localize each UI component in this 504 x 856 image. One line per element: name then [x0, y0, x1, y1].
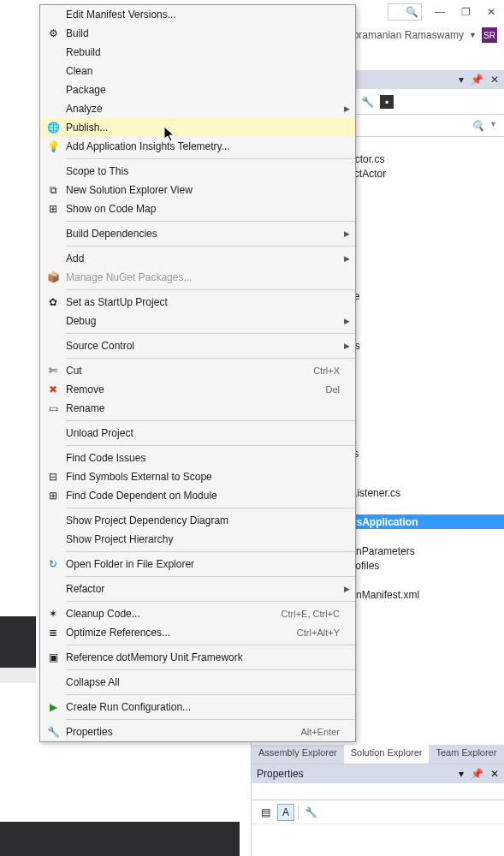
restore-button[interactable]: ❐	[458, 4, 473, 20]
menu-item-debug[interactable]: Debug▶	[40, 312, 355, 330]
menu-item-label: Find Code Dependent on Module	[66, 490, 355, 502]
menu-item-edit-manifest-versions[interactable]: Edit Manifest Versions...	[40, 5, 355, 24]
menu-separator	[66, 221, 355, 222]
menu-item-new-solution-explorer-view[interactable]: ⧉New Solution Explorer View	[40, 181, 355, 199]
preview-icon[interactable]: ▪	[380, 95, 394, 109]
menu-item-label: Rename	[66, 402, 355, 414]
menu-item-find-code-issues[interactable]: Find Code Issues	[40, 449, 355, 467]
menu-item-find-code-dependent-on-module[interactable]: ⊞Find Code Dependent on Module	[40, 486, 355, 505]
menu-item-reference-dotmemory-unit-framework[interactable]: ▣Reference dotMemory Unit Framework	[40, 648, 355, 667]
pin-icon[interactable]: 📌	[471, 74, 483, 86]
menu-item-collapse-all[interactable]: Collapse All	[40, 673, 355, 692]
menu-item-label: Rebuild	[66, 46, 355, 58]
menu-item-label: Clean	[66, 65, 355, 77]
explorer-tab-solution-explorer[interactable]: Solution Explorer	[344, 745, 430, 764]
window-position-icon[interactable]: ▾	[459, 768, 464, 780]
menu-item-add[interactable]: Add▶	[40, 249, 355, 268]
menu-item-label: Analyze	[66, 103, 355, 115]
submenu-arrow-icon: ▶	[344, 254, 350, 263]
menu-item-label: Cut	[66, 365, 313, 377]
menu-item-set-as-startup-project[interactable]: ✿Set as StartUp Project	[40, 293, 355, 312]
minimize-button[interactable]: —	[432, 4, 448, 20]
menu-item-label: Set as StartUp Project	[66, 296, 355, 308]
close-pane-icon[interactable]: ✕	[490, 74, 499, 86]
categorized-icon[interactable]: ▤	[257, 804, 274, 821]
menu-item-label: Manage NuGet Packages...	[66, 271, 355, 283]
menu-item-build[interactable]: ⚙Build	[40, 24, 355, 43]
menu-item-package[interactable]: Package	[40, 80, 355, 99]
explorer-tab-assembly-explorer[interactable]: Assembly Explorer	[252, 745, 344, 764]
menu-item-properties[interactable]: 🔧PropertiesAlt+Enter	[40, 722, 355, 741]
menu-item-cleanup-code[interactable]: ✶Cleanup Code...Ctrl+E, Ctrl+C	[40, 604, 355, 623]
menu-separator	[66, 445, 355, 446]
menu-item-label: Remove	[66, 383, 325, 395]
menu-icon: ≣	[46, 626, 60, 639]
menu-item-refactor[interactable]: Refactor▶	[40, 580, 355, 598]
explorer-tab-strip: Assembly ExplorerSolution ExplorerTeam E…	[252, 745, 504, 764]
menu-item-label: Show Project Hierarchy	[66, 533, 355, 545]
pin-icon[interactable]: 📌	[471, 768, 483, 780]
menu-separator	[66, 333, 355, 334]
menu-shortcut: Del	[325, 384, 355, 395]
user-badge[interactable]: SR	[482, 27, 497, 43]
menu-item-label: Find Code Issues	[66, 452, 355, 464]
menu-item-rename[interactable]: ▭Rename	[40, 399, 355, 418]
left-dock-stub	[0, 668, 36, 683]
close-button[interactable]: ✕	[483, 4, 499, 20]
menu-item-label: Properties	[66, 726, 300, 738]
menu-item-cut[interactable]: ✄CutCtrl+X	[40, 361, 355, 380]
properties-pane: Properties ▾ 📌 ✕ ▤ A 🔧	[252, 764, 504, 856]
submenu-arrow-icon: ▶	[344, 317, 350, 325]
menu-icon: 🔧	[46, 725, 60, 739]
menu-item-open-folder-in-file-explorer[interactable]: ↻Open Folder in File Explorer	[40, 555, 355, 574]
user-name[interactable]: bramanian Ramaswamy	[353, 29, 464, 41]
menu-item-show-project-dependency-diagram[interactable]: Show Project Dependency Diagram	[40, 511, 355, 530]
menu-item-show-on-code-map[interactable]: ⊞Show on Code Map	[40, 199, 355, 218]
search-options-chevron-icon[interactable]: ▼	[489, 120, 497, 132]
menu-item-remove[interactable]: ✖RemoveDel	[40, 380, 355, 399]
window-position-icon[interactable]: ▾	[459, 74, 464, 86]
menu-icon: 💡	[46, 140, 60, 153]
menu-item-rebuild[interactable]: Rebuild	[40, 43, 355, 62]
menu-item-publish[interactable]: 🌐Publish...	[40, 118, 355, 137]
menu-item-label: Collapse All	[66, 676, 355, 688]
menu-separator	[66, 246, 355, 247]
menu-separator	[66, 694, 355, 695]
menu-separator	[66, 420, 355, 421]
menu-shortcut: Alt+Enter	[300, 727, 355, 737]
alphabetical-icon[interactable]: A	[277, 804, 294, 821]
menu-item-label: Package	[66, 84, 355, 96]
menu-item-build-dependencies[interactable]: Build Dependencies▶	[40, 224, 355, 243]
menu-separator	[66, 669, 355, 670]
menu-item-label: Refactor	[66, 583, 355, 595]
menu-item-label: Edit Manifest Versions...	[66, 9, 355, 21]
menu-item-show-project-hierarchy[interactable]: Show Project Hierarchy	[40, 530, 355, 549]
submenu-arrow-icon: ▶	[344, 585, 350, 593]
menu-item-label: Show Project Dependency Diagram	[66, 514, 355, 526]
menu-item-label: Publish...	[66, 122, 355, 134]
property-pages-icon[interactable]: 🔧	[302, 804, 319, 821]
properties-icon[interactable]: 🔧	[359, 94, 375, 110]
menu-item-source-control[interactable]: Source Control▶	[40, 336, 355, 355]
submenu-arrow-icon: ▶	[344, 229, 350, 238]
user-menu-chevron-icon[interactable]: ▼	[469, 31, 477, 39]
menu-item-label: New Solution Explorer View	[66, 184, 355, 196]
menu-item-label: Add Application Insights Telemetry...	[66, 140, 355, 152]
menu-item-label: Build Dependencies	[66, 228, 355, 240]
close-pane-icon[interactable]: ✕	[490, 768, 499, 780]
menu-icon: ↻	[46, 557, 60, 571]
menu-item-scope-to-this[interactable]: Scope to This	[40, 162, 355, 181]
menu-item-find-symbols-external-to-scope[interactable]: ⊟Find Symbols External to Scope	[40, 467, 355, 486]
search-icon: 🔍	[406, 6, 418, 18]
quick-launch-search[interactable]: 🔍	[388, 3, 422, 21]
menu-icon: ⊞	[46, 489, 60, 502]
menu-item-optimize-references[interactable]: ≣Optimize References...Ctrl+Alt+Y	[40, 623, 355, 642]
menu-item-unload-project[interactable]: Unload Project	[40, 424, 355, 443]
explorer-tab-team-explorer[interactable]: Team Explorer	[429, 745, 503, 764]
menu-item-add-application-insights-telemetry[interactable]: 💡Add Application Insights Telemetry...	[40, 137, 355, 156]
menu-item-create-run-configuration[interactable]: ▶Create Run Configuration...	[40, 698, 355, 716]
menu-item-clean[interactable]: Clean	[40, 62, 355, 80]
menu-separator	[66, 289, 355, 290]
menu-item-analyze[interactable]: Analyze▶	[40, 99, 355, 118]
menu-shortcut: Ctrl+E, Ctrl+C	[282, 609, 355, 619]
